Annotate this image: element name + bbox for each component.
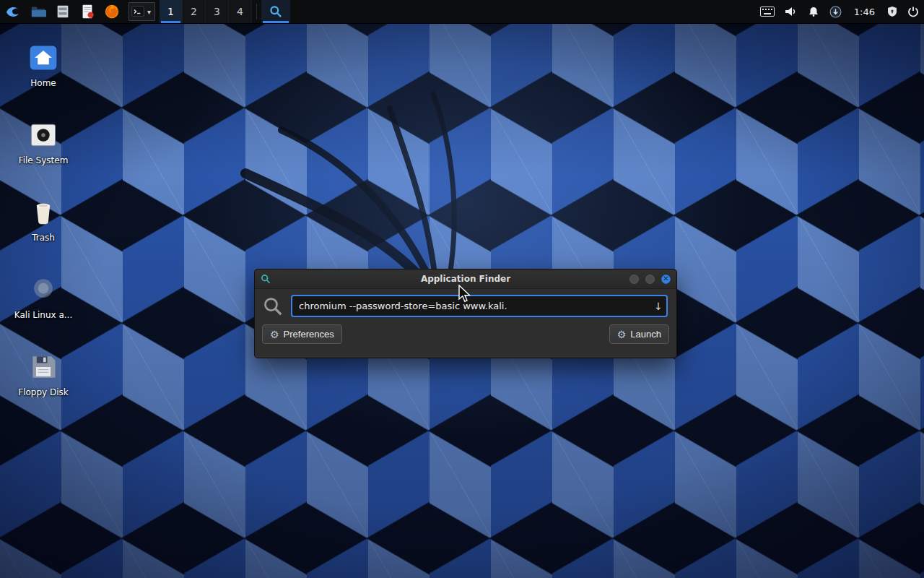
desktop-icon-label: Home — [9, 78, 78, 88]
search-icon — [269, 5, 282, 18]
maximize-button[interactable] — [645, 275, 655, 284]
desktop-icon-trash[interactable]: Trash — [9, 197, 78, 243]
workspace-label: 3 — [214, 6, 220, 17]
home-icon — [9, 42, 78, 74]
desktop-icon-label: File System — [9, 155, 78, 165]
application-finder-window: Application Finder ✕ ↓ ⚙ Preferences ⚙ L… — [254, 269, 677, 358]
desktop-icon-label: Kali Linux a... — [9, 310, 78, 320]
launch-gear-icon: ⚙ — [617, 329, 627, 340]
titlebar[interactable]: Application Finder ✕ — [255, 269, 676, 289]
notifications-button[interactable] — [803, 0, 824, 23]
file-cabinet-icon — [55, 4, 71, 20]
panel-right-group: 1:46 — [755, 0, 924, 23]
close-button[interactable]: ✕ — [661, 275, 671, 284]
keyboard-layout-indicator[interactable] — [755, 0, 780, 23]
preferences-label: Preferences — [284, 329, 334, 340]
speaker-icon — [785, 6, 798, 17]
power-icon — [907, 6, 919, 17]
clock[interactable]: 1:46 — [847, 0, 882, 23]
screen-lock-indicator[interactable] — [882, 0, 902, 23]
panel-separator — [256, 4, 257, 20]
taskbar-application-finder[interactable] — [261, 0, 290, 23]
workspace-label: 4 — [237, 6, 243, 17]
desktop-icon-floppy-disk[interactable]: Floppy Disk — [9, 351, 78, 397]
terminal-launcher-combo[interactable]: ▾ — [128, 2, 155, 21]
kali-logo-icon — [4, 3, 22, 20]
launch-label: Launch — [630, 329, 661, 340]
trash-icon — [9, 197, 78, 228]
top-panel: ▾ 1 2 3 4 — [0, 0, 924, 24]
folder-icon — [30, 4, 46, 20]
workspace-button-4[interactable]: 4 — [229, 0, 252, 23]
floppy-disk-icon — [9, 351, 78, 383]
workspace-label: 1 — [167, 6, 174, 17]
firefox-launcher[interactable] — [100, 0, 124, 23]
desktop-icon-label: Floppy Disk — [9, 387, 78, 397]
window-search-icon — [261, 274, 271, 284]
file-manager-launcher[interactable] — [26, 0, 51, 23]
terminal-icon — [131, 4, 145, 19]
search-icon — [262, 296, 284, 317]
preferences-button[interactable]: ⚙ Preferences — [262, 324, 342, 344]
text-editor-launcher[interactable] — [75, 0, 100, 23]
desktop-icon-label: Trash — [9, 233, 78, 243]
desktop-icon-file-system[interactable]: File System — [9, 119, 78, 165]
update-orb-icon — [829, 6, 842, 18]
search-input-wrapper: ↓ — [291, 295, 668, 317]
power-button[interactable] — [902, 0, 924, 23]
desktop-icon-home[interactable]: Home — [9, 42, 78, 88]
desktop-icon-kali-link[interactable]: Kali Linux a... — [9, 274, 78, 320]
window-title: Application Finder — [255, 274, 676, 284]
firefox-icon — [104, 4, 120, 20]
volume-button[interactable] — [780, 0, 803, 23]
workspace-label: 2 — [191, 6, 197, 17]
search-row: ↓ — [255, 289, 676, 320]
kali-docs-icon — [9, 274, 78, 306]
update-indicator[interactable] — [824, 0, 847, 23]
applications-menu-button[interactable] — [0, 0, 26, 23]
gear-icon: ⚙ — [270, 329, 279, 340]
window-controls: ✕ — [629, 275, 671, 284]
panel-left-group: ▾ 1 2 3 4 — [0, 0, 290, 23]
shield-icon — [887, 6, 897, 17]
chevron-down-icon[interactable]: ▾ — [145, 8, 153, 16]
workspace-button-3[interactable]: 3 — [206, 0, 229, 23]
bell-icon — [808, 6, 819, 17]
workspace-button-1[interactable]: 1 — [160, 0, 183, 23]
minimize-button[interactable] — [629, 275, 639, 284]
workspace-button-2[interactable]: 2 — [183, 0, 206, 23]
documents-launcher[interactable] — [51, 0, 75, 23]
keyboard-icon — [760, 7, 775, 17]
launch-button[interactable]: ⚙ Launch — [609, 324, 669, 344]
document-edit-icon — [79, 4, 95, 20]
command-input[interactable] — [291, 295, 668, 317]
history-dropdown-arrow-icon[interactable]: ↓ — [654, 301, 663, 312]
finder-footer: ⚙ Preferences ⚙ Launch — [255, 320, 676, 351]
drive-icon — [9, 119, 78, 151]
